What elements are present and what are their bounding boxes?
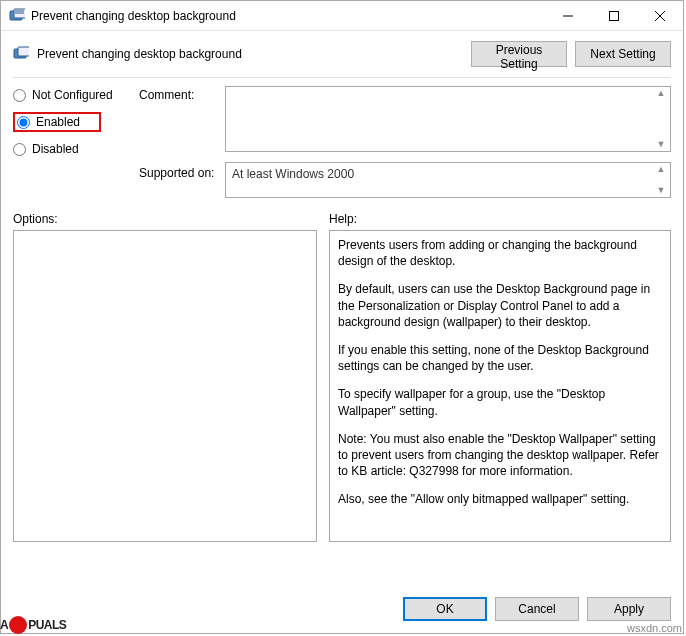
close-button[interactable]: [637, 1, 683, 31]
scroll-down-icon[interactable]: ▼: [654, 140, 668, 149]
radio-enabled-input[interactable]: [17, 116, 30, 129]
watermark-logo-dot-icon: [9, 616, 27, 634]
supported-on-text: At least Windows 2000: [232, 167, 354, 181]
pane-labels: Options: Help:: [1, 198, 683, 230]
watermark-logo: A PUALS: [0, 616, 66, 634]
watermark-url: wsxdn.com: [627, 622, 682, 634]
svg-rect-5: [610, 11, 619, 20]
header-row: Prevent changing desktop background Prev…: [1, 31, 683, 73]
help-paragraph: Prevents users from adding or changing t…: [338, 237, 662, 269]
dialog-window: Prevent changing desktop background Prev…: [0, 0, 684, 634]
divider: [13, 77, 671, 78]
supported-label: Supported on:: [139, 156, 219, 198]
previous-setting-button[interactable]: Previous Setting: [471, 41, 567, 67]
supported-on-box: At least Windows 2000 ▲▼: [225, 162, 671, 198]
policy-icon: [13, 46, 29, 62]
radio-enabled-label: Enabled: [36, 115, 80, 129]
scroll-down-icon[interactable]: ▼: [654, 186, 668, 195]
radio-disabled-input[interactable]: [13, 143, 26, 156]
next-setting-button[interactable]: Next Setting: [575, 41, 671, 67]
radio-disabled[interactable]: Disabled: [13, 142, 133, 156]
help-paragraph: Also, see the "Allow only bitmapped wall…: [338, 491, 662, 507]
supported-scrollbar[interactable]: ▲▼: [654, 165, 668, 195]
maximize-button[interactable]: [591, 1, 637, 31]
radio-not-configured-input[interactable]: [13, 89, 26, 102]
ok-button[interactable]: OK: [403, 597, 487, 621]
comment-scrollbar[interactable]: ▲▼: [654, 89, 668, 149]
comment-textarea[interactable]: ▲▼: [225, 86, 671, 152]
help-paragraph: Note: You must also enable the "Desktop …: [338, 431, 662, 480]
help-label: Help:: [329, 212, 671, 226]
settings-grid: Not Configured Enabled Disabled Comment:…: [1, 86, 683, 198]
help-pane: Prevents users from adding or changing t…: [329, 230, 671, 542]
watermark-logo-left: A: [0, 618, 8, 632]
apply-button[interactable]: Apply: [587, 597, 671, 621]
options-pane: [13, 230, 317, 542]
radio-enabled[interactable]: Enabled: [13, 112, 101, 132]
policy-title: Prevent changing desktop background: [37, 47, 463, 61]
radio-disabled-label: Disabled: [32, 142, 79, 156]
help-paragraph: To specify wallpaper for a group, use th…: [338, 386, 662, 418]
help-paragraph: By default, users can use the Desktop Ba…: [338, 281, 662, 330]
panes-row: Prevents users from adding or changing t…: [1, 230, 683, 542]
titlebar: Prevent changing desktop background: [1, 1, 683, 31]
help-paragraph: If you enable this setting, none of the …: [338, 342, 662, 374]
radio-not-configured[interactable]: Not Configured: [13, 88, 133, 102]
comment-label: Comment:: [139, 86, 219, 156]
window-title: Prevent changing desktop background: [31, 9, 545, 23]
radio-not-configured-label: Not Configured: [32, 88, 113, 102]
cancel-button[interactable]: Cancel: [495, 597, 579, 621]
scroll-up-icon[interactable]: ▲: [654, 89, 668, 98]
state-radio-group: Not Configured Enabled Disabled: [13, 86, 133, 156]
minimize-button[interactable]: [545, 1, 591, 31]
svg-rect-9: [18, 47, 29, 56]
watermark-logo-right: PUALS: [28, 618, 66, 632]
footer: OK Cancel Apply: [1, 587, 683, 633]
scroll-up-icon[interactable]: ▲: [654, 165, 668, 174]
options-label: Options:: [13, 212, 329, 226]
app-icon: [9, 8, 25, 24]
